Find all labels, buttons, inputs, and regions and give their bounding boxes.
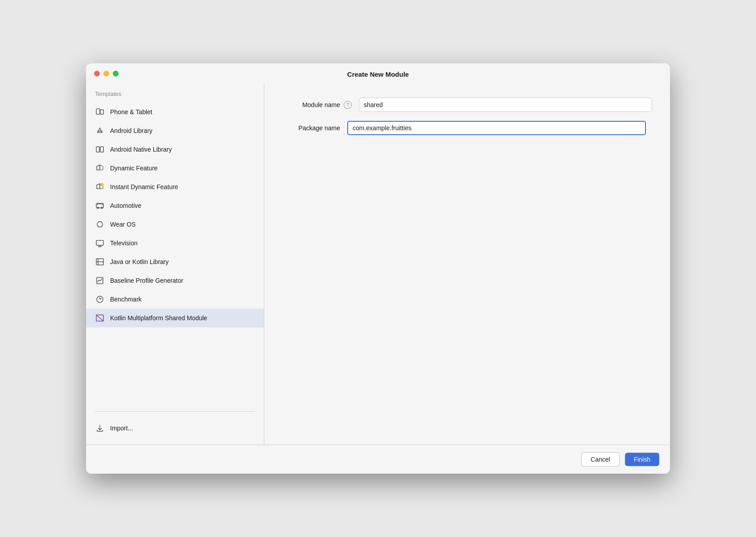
sidebar-item-television-label: Television: [110, 240, 137, 247]
svg-rect-1: [100, 110, 103, 114]
svg-line-26: [96, 315, 103, 321]
television-icon: [95, 238, 105, 248]
minimize-button[interactable]: [103, 70, 109, 76]
sidebar-item-wear-os-label: Wear OS: [110, 221, 136, 228]
window-controls: [94, 70, 119, 76]
package-name-row: Package name: [282, 121, 652, 135]
sidebar-divider: [95, 411, 255, 412]
package-name-label-group: Package name: [282, 124, 340, 132]
svg-rect-16: [96, 240, 103, 245]
close-button[interactable]: [94, 70, 100, 76]
svg-point-11: [97, 222, 103, 227]
sidebar-item-automotive[interactable]: Automotive: [86, 196, 264, 215]
svg-rect-0: [96, 109, 100, 114]
svg-text:⚡: ⚡: [102, 184, 104, 186]
module-name-input[interactable]: [359, 98, 652, 112]
sidebar-item-wear-os[interactable]: Wear OS: [86, 215, 264, 234]
templates-label: Templates: [86, 83, 264, 103]
sidebar-item-import[interactable]: Import...: [86, 419, 264, 438]
sidebar-item-android-native-label: Android Native Library: [110, 146, 172, 153]
dialog-title: Create New Module: [347, 70, 409, 78]
sidebar-item-baseline-profile[interactable]: Baseline Profile Generator: [86, 271, 264, 290]
dialog-body: Templates Phone & Tablet: [86, 83, 670, 445]
package-name-input[interactable]: [347, 121, 646, 135]
sidebar-item-kotlin-multiplatform[interactable]: Kotlin Multiplatform Shared Module: [86, 309, 264, 327]
svg-rect-3: [96, 147, 99, 152]
kotlin-multiplatform-icon: [95, 313, 105, 323]
maximize-button[interactable]: [113, 70, 119, 76]
benchmark-icon: [95, 294, 105, 304]
sidebar-item-java-kotlin[interactable]: Java or Kotlin Library: [86, 252, 264, 271]
sidebar-item-import-label: Import...: [110, 425, 133, 432]
svg-rect-4: [100, 147, 103, 152]
sidebar-bottom: Import...: [86, 415, 264, 445]
android-library-icon: [95, 126, 105, 136]
dialog-footer: Cancel Finish: [86, 445, 670, 474]
sidebar-item-kotlin-multiplatform-label: Kotlin Multiplatform Shared Module: [110, 314, 207, 322]
module-name-label-group: Module name ?: [282, 101, 352, 109]
import-icon: [95, 423, 105, 433]
create-new-module-dialog: Create New Module Templates Phone & Tabl…: [86, 63, 670, 474]
android-native-library-icon: [95, 145, 105, 154]
sidebar-item-android-library[interactable]: Android Library: [86, 121, 264, 140]
wear-os-icon: [95, 219, 105, 229]
module-name-row: Module name ?: [282, 98, 652, 112]
sidebar-item-dynamic-feature[interactable]: Dynamic Feature: [86, 159, 264, 178]
java-kotlin-library-icon: [95, 257, 105, 267]
sidebar-item-phone-tablet-label: Phone & Tablet: [110, 108, 152, 116]
sidebar-items-list: Phone & Tablet Android Library: [86, 103, 264, 408]
sidebar-item-java-kotlin-label: Java or Kotlin Library: [110, 258, 169, 265]
sidebar-item-benchmark[interactable]: Benchmark: [86, 290, 264, 309]
module-name-label: Module name: [282, 101, 340, 108]
sidebar-item-television[interactable]: Television: [86, 234, 264, 252]
finish-button[interactable]: Finish: [625, 453, 659, 466]
main-content: Module name ? Package name: [264, 83, 670, 445]
sidebar-item-baseline-profile-label: Baseline Profile Generator: [110, 277, 183, 284]
sidebar: Templates Phone & Tablet: [86, 83, 264, 445]
module-name-help-icon[interactable]: ?: [344, 101, 352, 109]
sidebar-item-phone-tablet[interactable]: Phone & Tablet: [86, 103, 264, 121]
sidebar-item-android-native-library[interactable]: Android Native Library: [86, 140, 264, 159]
baseline-profile-icon: [95, 276, 105, 285]
sidebar-item-instant-dynamic-label: Instant Dynamic Feature: [110, 183, 178, 190]
automotive-icon: [95, 201, 105, 211]
title-bar: Create New Module: [86, 63, 670, 83]
sidebar-item-dynamic-feature-label: Dynamic Feature: [110, 165, 158, 172]
cancel-button[interactable]: Cancel: [581, 452, 620, 467]
sidebar-item-benchmark-label: Benchmark: [110, 296, 142, 303]
phone-tablet-icon: [95, 107, 105, 117]
package-name-label: Package name: [282, 124, 340, 132]
sidebar-item-automotive-label: Automotive: [110, 202, 141, 209]
sidebar-item-instant-dynamic-feature[interactable]: ⚡ Instant Dynamic Feature: [86, 178, 264, 196]
sidebar-item-android-library-label: Android Library: [110, 127, 152, 134]
dynamic-feature-icon: [95, 163, 105, 173]
instant-dynamic-feature-icon: ⚡: [95, 182, 105, 192]
